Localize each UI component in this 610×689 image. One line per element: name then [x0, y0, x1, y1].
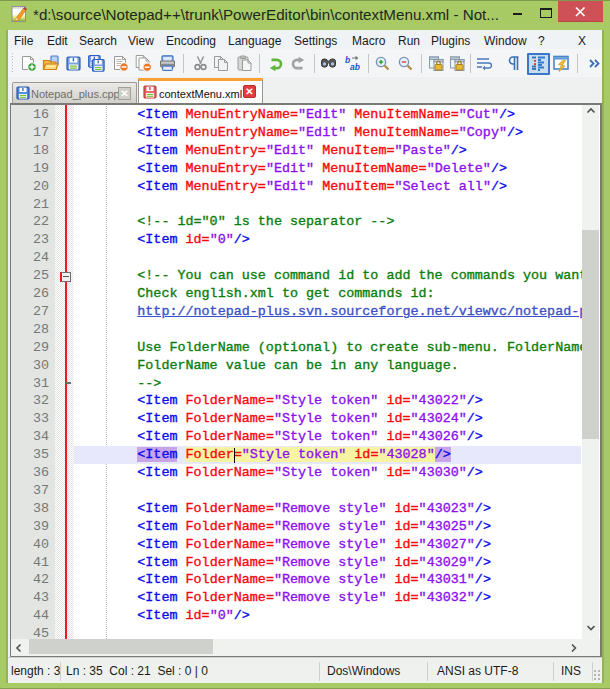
svg-text:ab: ab [350, 62, 360, 72]
